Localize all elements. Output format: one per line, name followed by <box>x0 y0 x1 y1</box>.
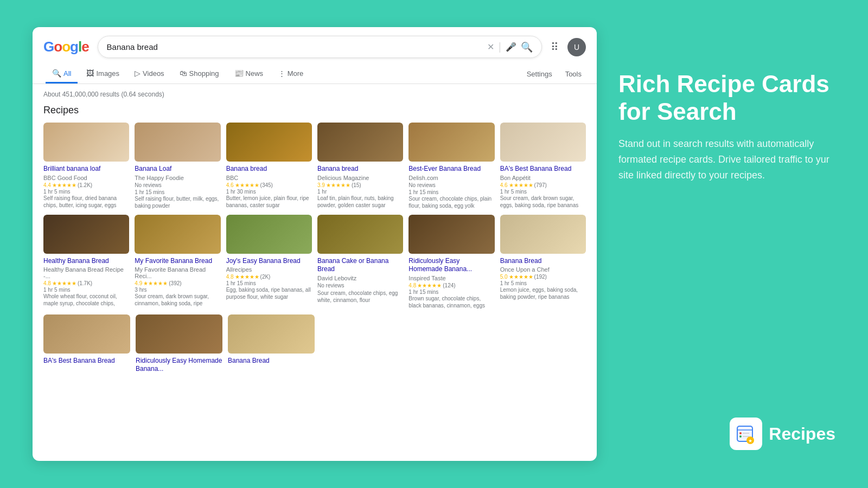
recipe-source: Once Upon a Chef <box>500 266 586 273</box>
recipes-grid-row1: Brilliant banana loafBBC Good Food4.4 ★★… <box>43 123 586 209</box>
rating-value: 5.0 <box>500 274 508 280</box>
recipe-card[interactable]: Banana Cake or Banana BreadDavid Lebovit… <box>317 215 403 309</box>
settings-link[interactable]: Settings <box>525 66 554 82</box>
search-input[interactable]: Banana bread <box>107 42 483 52</box>
recipe-card[interactable]: Banana breadDelicious Magazine3.9 ★★★★★ … <box>317 123 403 209</box>
recipe-time: 1 hr 5 mins <box>500 189 586 195</box>
recipe-source: Allrecipes <box>226 266 312 273</box>
recipe-ingredients: Loaf tin, plain flour, nuts, baking powd… <box>317 195 403 209</box>
recipes-heading: Recipes <box>43 105 586 116</box>
recipe-image <box>409 123 494 162</box>
all-tab-icon: 🔍 <box>52 69 61 78</box>
recipe-ingredients: Whole wheat flour, coconut oil, maple sy… <box>43 293 129 307</box>
recipe-image <box>43 215 129 254</box>
tab-all[interactable]: 🔍 All <box>46 65 78 84</box>
page-container: Google Banana bread ✕ | 🎤 🔍 ⠿ U <box>0 0 868 488</box>
tab-shopping[interactable]: 🛍 Shopping <box>173 65 226 84</box>
search-submit-icon[interactable]: 🔍 <box>521 41 533 53</box>
rating-value: 4.9 <box>135 280 142 286</box>
recipe-stars: 4.9 ★★★★★ (392) <box>135 280 220 286</box>
recipe-source: BBC Good Food <box>43 175 129 181</box>
results-count: About 451,000,000 results (0.64 seconds) <box>43 88 586 98</box>
recipe-image-placeholder <box>409 215 494 254</box>
star-icons: ★★★★★ <box>235 274 259 280</box>
recipe-stars: 5.0 ★★★★★ (192) <box>500 274 586 280</box>
recipe-title: My Favorite Banana Bread <box>135 257 220 266</box>
recipe-note: No reviews <box>317 282 403 288</box>
recipe-card[interactable]: Banana breadBBC4.6 ★★★★★ (345)1 hr 30 mi… <box>226 123 312 209</box>
star-icons: ★★★★★ <box>509 182 533 188</box>
recipe-title: Brilliant banana loaf <box>43 165 129 174</box>
recipe-title: BA's Best Banana Bread <box>500 165 586 174</box>
review-count: (2K) <box>260 274 271 280</box>
recipe-image <box>226 215 312 254</box>
search-bar[interactable]: Banana bread ✕ | 🎤 🔍 <box>98 36 542 58</box>
recipe-title: Best-Ever Banana Bread <box>409 165 494 174</box>
star-icons: ★★★★★ <box>326 182 350 188</box>
recipe-title: Banana Bread <box>500 257 586 266</box>
recipe-card[interactable]: Banana LoafThe Happy FoodieNo reviews1 h… <box>135 123 220 209</box>
rating-value: 4.8 <box>226 274 234 280</box>
news-tab-icon: 📰 <box>234 69 244 78</box>
apps-icon[interactable]: ⠿ <box>551 41 559 54</box>
recipe-card[interactable]: Best-Ever Banana BreadDelish.comNo revie… <box>409 123 494 209</box>
recipe-ingredients: Self raising flour, dried banana chips, … <box>43 195 129 209</box>
clear-icon[interactable]: ✕ <box>487 42 494 52</box>
tab-news[interactable]: 📰 News <box>228 65 270 84</box>
recipe-card[interactable]: Banana Bread <box>228 314 315 375</box>
recipe-ingredients: Butter, lemon juice, plain flour, ripe b… <box>226 195 312 209</box>
recipe-stars: 4.6 ★★★★★ (797) <box>500 182 586 188</box>
recipe-card[interactable]: Banana BreadOnce Upon a Chef5.0 ★★★★★ (1… <box>500 215 586 309</box>
recipe-card[interactable]: BA's Best Banana Bread <box>43 314 130 375</box>
header-right-icons: ⠿ U <box>551 38 586 56</box>
brand-icon: ★ <box>730 418 762 450</box>
recipe-card[interactable]: My Favorite Banana BreadMy Favorite Bana… <box>135 215 220 309</box>
rating-value: 3.9 <box>317 182 325 188</box>
nav-tabs: 🔍 All 🖼 Images ▷ Videos 🛍 Shopping 📰 <box>43 65 586 84</box>
rating-value: 4.8 <box>409 282 416 288</box>
svg-point-4 <box>739 435 742 438</box>
recipe-card[interactable]: Joy's Easy Banana BreadAllrecipes4.8 ★★★… <box>226 215 312 309</box>
recipe-card[interactable]: BA's Best Banana BreadBon Appétit4.6 ★★★… <box>500 123 586 209</box>
review-count: (15) <box>352 182 361 188</box>
recipe-source: David Lebovitz <box>317 275 403 281</box>
recipe-card[interactable]: Healthy Banana BreadHealthy Banana Bread… <box>43 215 129 309</box>
rating-value: 4.6 <box>226 182 234 188</box>
recipe-ingredients: Sour cream, dark brown sugar, cinnamon, … <box>135 293 220 307</box>
star-icons: ★★★★★ <box>509 274 533 280</box>
recipe-title: BA's Best Banana Bread <box>43 357 130 365</box>
tab-videos[interactable]: ▷ Videos <box>128 65 171 84</box>
mic-icon[interactable]: 🎤 <box>506 42 516 52</box>
review-count: (392) <box>169 280 181 286</box>
divider: | <box>499 41 501 53</box>
recipes-grid-row2: Healthy Banana BreadHealthy Banana Bread… <box>43 215 586 309</box>
feature-desc: Stand out in search results with automat… <box>618 136 835 183</box>
recipe-time: 1 hr 5 mins <box>43 189 129 195</box>
avatar[interactable]: U <box>567 38 586 56</box>
recipe-stars: 4.8 ★★★★★ (2K) <box>226 274 312 280</box>
right-panel: Rich Recipe Cards for Search Stand out i… <box>618 27 835 461</box>
recipe-image <box>500 123 586 162</box>
rating-value: 4.8 <box>43 280 51 286</box>
recipe-image-placeholder <box>317 215 403 254</box>
star-icons: ★★★★★ <box>52 280 76 286</box>
recipe-time: 1 hr 5 mins <box>43 287 129 293</box>
recipe-image <box>43 314 130 354</box>
recipe-image <box>317 123 403 162</box>
tools-link[interactable]: Tools <box>563 66 584 82</box>
recipe-time: 1 hr 15 mins <box>409 189 494 195</box>
tab-images[interactable]: 🖼 Images <box>80 65 126 84</box>
recipe-time: 1 hr <box>317 189 403 195</box>
recipe-image <box>135 215 220 254</box>
recipe-time: 1 hr 5 mins <box>500 280 586 286</box>
recipe-card[interactable]: Brilliant banana loafBBC Good Food4.4 ★★… <box>43 123 129 209</box>
recipe-card[interactable]: Ridiculously Easy Homemade Banana...Insp… <box>409 215 494 309</box>
tab-more[interactable]: ⋮ More <box>272 65 310 84</box>
rating-value: 4.6 <box>500 182 508 188</box>
recipe-source: My Favorite Banana Bread Reci... <box>135 266 220 279</box>
recipe-card[interactable]: Ridiculously Easy Homemade Banana... <box>136 314 222 375</box>
recipe-image-placeholder <box>500 215 586 254</box>
recipe-image-placeholder <box>500 123 586 162</box>
tab-more-label: ⋮ More <box>278 69 303 78</box>
recipe-ingredients: Lemon juice, eggs, baking soda, baking p… <box>500 286 586 300</box>
